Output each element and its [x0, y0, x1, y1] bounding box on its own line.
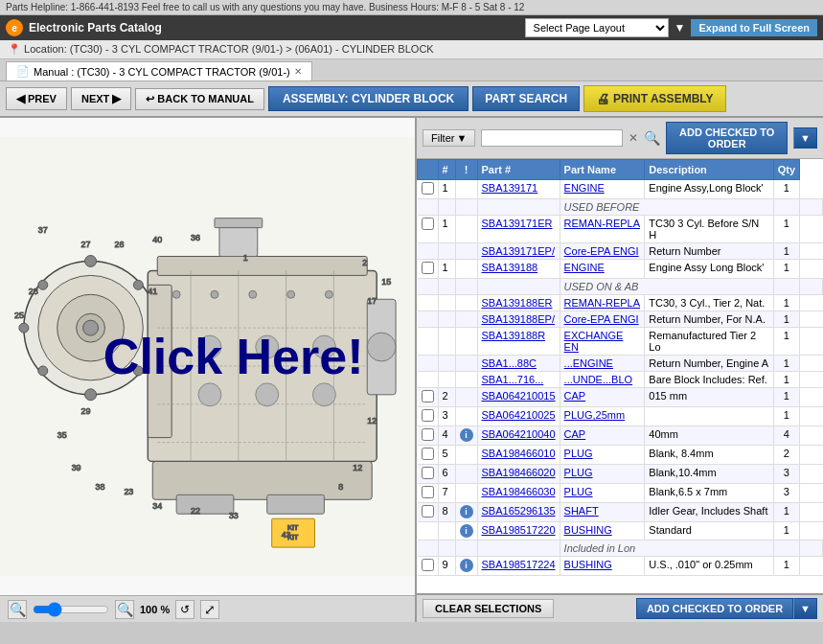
row-part-number[interactable]: SBA139188EP/ [477, 311, 560, 328]
part-name-link[interactable]: PLUG,25mm [564, 409, 626, 421]
part-name-link[interactable]: ...ENGINE [564, 357, 613, 369]
part-number-link[interactable]: SBA198466020 [482, 467, 556, 478]
row-checkbox[interactable] [422, 218, 434, 230]
part-number-link[interactable]: SBA064210015 [482, 390, 556, 402]
row-checkbox[interactable] [422, 428, 434, 441]
part-name-link[interactable]: CAP [564, 390, 586, 402]
part-name-link[interactable]: CAP [564, 428, 586, 440]
zoom-slider[interactable] [33, 602, 109, 617]
row-info[interactable]: i [455, 557, 477, 576]
row-part-number[interactable]: SBA139188 [477, 260, 560, 279]
part-name-link[interactable]: EXCHANGE EN [564, 330, 624, 353]
part-number-link[interactable]: SBA064210025 [482, 409, 556, 421]
row-part-number[interactable]: SBA165296135 [477, 503, 560, 522]
filter-button[interactable]: Filter ▼ [423, 129, 475, 147]
row-part-number[interactable]: SBA064210025 [477, 407, 560, 426]
part-number-link[interactable]: SBA139188EP/ [482, 313, 555, 325]
row-part-number[interactable]: SBA064210040 [477, 426, 560, 446]
part-name-link[interactable]: ENGINE [564, 262, 605, 273]
row-info[interactable]: i [455, 426, 477, 446]
add-order-dropdown-button[interactable]: ▼ [793, 127, 817, 149]
add-order-bottom-button[interactable]: ADD CHECKED TO ORDER [636, 598, 793, 619]
expand-button[interactable]: Expand to Full Screen [691, 19, 817, 36]
row-checkbox[interactable] [422, 505, 434, 518]
svg-text:29: 29 [81, 406, 91, 416]
row-part-number[interactable]: SBA064210015 [477, 388, 560, 407]
info-icon[interactable]: i [460, 524, 473, 538]
info-icon[interactable]: i [460, 428, 473, 442]
row-part-number[interactable]: SBA1...716... [477, 372, 560, 388]
row-checkbox[interactable] [422, 559, 434, 571]
part-name-link[interactable]: REMAN-REPLA [564, 297, 640, 309]
part-name-link[interactable]: REMAN-REPLA [564, 218, 640, 229]
next-button[interactable]: NEXT ▶ [71, 87, 131, 110]
part-number-link[interactable]: SBA1...88C [482, 357, 537, 369]
row-checkbox[interactable] [422, 262, 434, 274]
assembly-button[interactable]: ASSEMBLY: CYLINDER BLOCK [268, 86, 469, 111]
part-name-link[interactable]: PLUG [564, 448, 593, 459]
part-number-link[interactable]: SBA139188R [482, 330, 546, 341]
part-number-link[interactable]: SBA198517220 [482, 524, 556, 536]
row-checkbox[interactable] [422, 390, 434, 402]
row-part-number[interactable]: SBA139188R [477, 328, 560, 356]
row-part-number[interactable]: SBA139171 [477, 180, 560, 199]
row-part-number[interactable]: SBA1...88C [477, 356, 560, 372]
row-part-number[interactable]: SBA198517224 [477, 557, 560, 576]
zoom-fit-button[interactable]: ⤢ [200, 600, 219, 619]
search-icon[interactable]: 🔍 [644, 130, 660, 146]
zoom-out-button[interactable]: 🔍 [8, 600, 27, 619]
row-checkbox[interactable] [422, 486, 434, 498]
part-number-link[interactable]: SBA139188 [482, 262, 538, 273]
part-number-link[interactable]: SBA139171ER [482, 218, 553, 229]
info-icon[interactable]: i [460, 505, 473, 518]
row-checkbox[interactable] [422, 448, 434, 460]
row-part-number[interactable]: SBA139171ER [477, 216, 560, 243]
part-number-link[interactable]: SBA139171EP/ [482, 245, 555, 257]
part-number-link[interactable]: SBA198466030 [482, 486, 556, 497]
row-part-number[interactable]: SBA198517220 [477, 522, 560, 540]
print-button[interactable]: 🖨 PRINT ASSEMBLY [583, 85, 725, 112]
part-name-link[interactable]: BUSHING [564, 559, 612, 570]
part-search-button[interactable]: PART SEARCH [472, 86, 580, 111]
part-name-link[interactable]: BUSHING [564, 524, 612, 536]
row-info[interactable]: i [455, 503, 477, 522]
clear-filter-icon[interactable]: ✕ [629, 131, 638, 145]
row-info[interactable]: i [455, 522, 477, 540]
part-number-link[interactable]: SBA139188ER [482, 297, 553, 309]
row-checkbox[interactable] [422, 182, 434, 195]
zoom-reset-button[interactable]: ↺ [175, 600, 194, 619]
zoom-in-button[interactable]: 🔍 [115, 600, 134, 619]
layout-select[interactable]: Select Page Layout [525, 18, 669, 37]
row-checkbox[interactable] [422, 467, 434, 479]
svg-point-31 [198, 335, 221, 358]
part-name-link[interactable]: Core-EPA ENGI [564, 313, 639, 325]
part-number-link[interactable]: SBA139171 [482, 182, 538, 194]
row-description: TC30 3 Cyl. Before S/N H [645, 216, 773, 243]
part-number-link[interactable]: SBA198466010 [482, 448, 556, 459]
part-name-link[interactable]: Core-EPA ENGI [564, 245, 639, 257]
row-part-number[interactable]: SBA198466010 [477, 446, 560, 465]
part-name-link[interactable]: PLUG [564, 467, 593, 478]
row-part-number[interactable]: SBA198466030 [477, 484, 560, 503]
filter-input[interactable] [481, 129, 623, 147]
part-name-link[interactable]: ENGINE [564, 182, 605, 194]
row-part-number[interactable]: SBA139188ER [477, 295, 560, 311]
row-part-number[interactable]: SBA198466020 [477, 465, 560, 484]
part-number-link[interactable]: SBA198517224 [482, 559, 556, 570]
part-name-link[interactable]: ...UNDE...BLO [564, 374, 633, 385]
part-number-link[interactable]: SBA064210040 [482, 428, 556, 440]
part-number-link[interactable]: SBA1...716... [482, 374, 544, 385]
info-icon[interactable]: i [460, 559, 473, 572]
clear-selections-button[interactable]: CLEAR SELECTIONS [423, 599, 554, 618]
row-part-number[interactable]: SBA139171EP/ [477, 243, 560, 260]
add-checked-button[interactable]: ADD CHECKED TO ORDER [666, 122, 788, 154]
back-to-manual-button[interactable]: ↩ BACK TO MANUAL [135, 88, 264, 110]
part-name-link[interactable]: PLUG [564, 486, 593, 497]
part-name-link[interactable]: SHAFT [564, 505, 599, 517]
add-order-bottom-dropdown[interactable]: ▼ [793, 598, 817, 619]
close-icon[interactable]: ✕ [294, 66, 302, 77]
row-checkbox[interactable] [422, 409, 434, 422]
manual-tab[interactable]: 📄 Manual : (TC30) - 3 CYL COMPACT TRACTO… [6, 61, 312, 80]
part-number-link[interactable]: SBA165296135 [482, 505, 556, 517]
prev-button[interactable]: ◀ PREV [6, 87, 67, 110]
